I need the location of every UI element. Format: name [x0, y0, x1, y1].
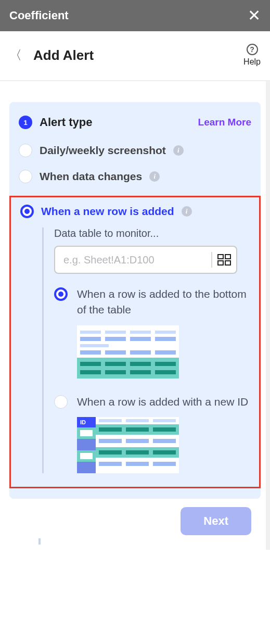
back-icon[interactable]: 〈	[9, 47, 22, 64]
step-badge: 1	[19, 116, 32, 129]
illustration-row-bottom	[77, 325, 179, 378]
learn-more-link[interactable]: Learn More	[198, 117, 251, 128]
page-title: Add Alert	[33, 47, 94, 64]
info-icon[interactable]: i	[149, 171, 160, 182]
sub-option-bottom[interactable]: When a row is added to the bottom of the…	[54, 286, 250, 378]
step-title: Alert type	[40, 116, 92, 129]
close-icon[interactable]: ✕	[248, 8, 261, 23]
alert-option-new-row[interactable]: When a new row is added i	[20, 205, 250, 218]
radio-empty-icon	[19, 144, 32, 157]
alert-type-card: 1 Alert type Learn More Daily/weekly scr…	[9, 102, 261, 499]
help-icon: ?	[247, 44, 258, 55]
data-table-title: Data table to monitor...	[54, 228, 250, 239]
sub-option-new-id-label: When a row is added with a new ID	[77, 394, 250, 410]
data-range-input[interactable]	[62, 247, 208, 273]
radio-empty-icon	[54, 395, 68, 409]
illustration-row-new-id: ID	[77, 417, 179, 473]
app-brand: Coefficient	[9, 9, 69, 22]
help-button[interactable]: ? Help	[243, 44, 261, 67]
info-icon[interactable]: i	[182, 206, 192, 217]
sub-option-bottom-label: When a row is added to the bottom of the…	[77, 286, 250, 318]
sub-option-new-id[interactable]: When a row is added with a new ID ID	[54, 394, 250, 473]
grid-picker-icon[interactable]	[217, 254, 231, 266]
scrollbar[interactable]	[266, 81, 270, 550]
data-range-input-wrap	[54, 246, 237, 274]
alert-option-new-row-label: When a new row is added	[41, 205, 174, 218]
radio-selected-icon	[54, 287, 68, 301]
highlight-box: When a new row is added i Data table to …	[9, 196, 261, 488]
help-label: Help	[243, 57, 261, 67]
alert-option-daily-label: Daily/weekly screenshot	[40, 144, 166, 157]
alert-option-data-changes-label: When data changes	[40, 170, 142, 183]
alert-option-daily[interactable]: Daily/weekly screenshot i	[19, 144, 251, 157]
next-button[interactable]: Next	[181, 507, 251, 535]
radio-selected-icon	[20, 205, 34, 218]
radio-empty-icon	[19, 170, 32, 183]
id-column-header: ID	[77, 417, 96, 427]
info-icon[interactable]: i	[173, 145, 184, 156]
timeline-tick	[38, 538, 41, 545]
divider	[211, 252, 212, 268]
alert-option-data-changes[interactable]: When data changes i	[19, 170, 251, 183]
